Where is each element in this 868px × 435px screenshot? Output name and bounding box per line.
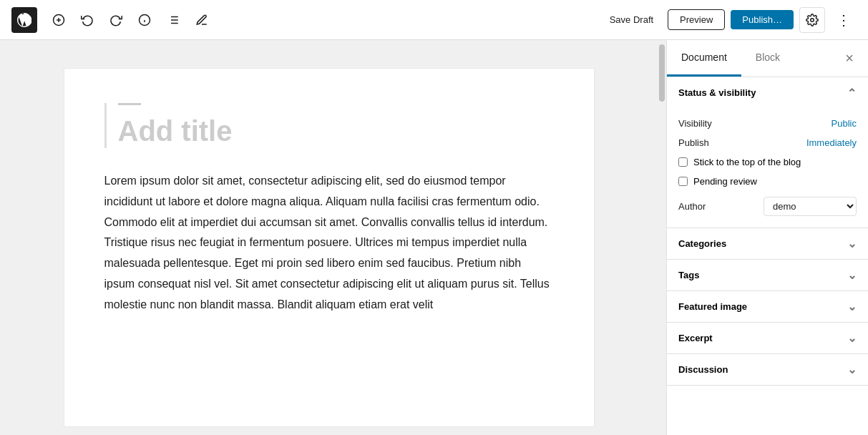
sidebar-header: Document Block × (667, 40, 868, 77)
toolbar: Save Draft Preview Publish… ⋮ (0, 0, 868, 40)
publish-row: Publish Immediately (678, 133, 857, 152)
chevron-down-featured-icon: ⌄ (847, 300, 857, 313)
preview-button[interactable]: Preview (668, 9, 725, 30)
pending-review-row: Pending review (678, 172, 857, 191)
sidebar: Document Block × Status & visibility ⌄ V… (666, 40, 868, 435)
panel-status-visibility-content: Visibility Public Publish Immediately St… (667, 108, 868, 228)
panel-discussion-label: Discussion (678, 364, 728, 375)
visibility-value[interactable]: Public (832, 118, 857, 129)
chevron-down-excerpt-icon: ⌄ (847, 331, 857, 345)
toolbar-right: Save Draft Preview Publish… ⋮ (601, 7, 857, 33)
chevron-up-icon: ⌄ (847, 86, 857, 99)
pending-review-label: Pending review (693, 176, 757, 187)
panel-status-visibility: Status & visibility ⌄ Visibility Public … (667, 77, 868, 228)
sidebar-close-button[interactable]: × (837, 46, 862, 72)
title-handle (118, 103, 141, 105)
list-view-button[interactable] (160, 7, 186, 33)
undo-button[interactable] (74, 7, 100, 33)
panel-categories-label: Categories (678, 238, 726, 249)
tab-block[interactable]: Block (741, 40, 794, 77)
redo-button[interactable] (103, 7, 129, 33)
panel-excerpt: Excerpt ⌄ (667, 323, 868, 354)
title-input[interactable]: Add title (118, 114, 554, 148)
info-button[interactable] (132, 7, 157, 33)
panel-status-visibility-header[interactable]: Status & visibility ⌄ (667, 77, 868, 108)
panel-excerpt-label: Excerpt (678, 333, 713, 343)
editor-content: Add title Lorem ipsum dolor sit amet, co… (64, 69, 594, 426)
visibility-label: Visibility (678, 118, 712, 129)
body-content[interactable]: Lorem ipsum dolor sit amet, consectetur … (104, 171, 554, 316)
panel-status-visibility-label: Status & visibility (678, 87, 756, 98)
toolbar-left (11, 7, 215, 33)
author-select[interactable]: demo admin (764, 197, 857, 216)
chevron-down-tags-icon: ⌄ (847, 268, 857, 282)
tab-document[interactable]: Document (667, 40, 741, 77)
panel-tags-label: Tags (678, 270, 699, 280)
panel-featured-image: Featured image ⌄ (667, 291, 868, 323)
visibility-row: Visibility Public (678, 114, 857, 133)
panel-discussion-header[interactable]: Discussion ⌄ (667, 354, 868, 385)
publish-button[interactable]: Publish… (731, 10, 794, 29)
stick-to-top-checkbox[interactable] (678, 157, 688, 167)
author-row: Author demo admin (678, 191, 857, 216)
main-layout: Add title Lorem ipsum dolor sit amet, co… (0, 40, 868, 435)
panel-tags: Tags ⌄ (667, 260, 868, 291)
publish-value[interactable]: Immediately (806, 137, 857, 148)
stick-to-top-label: Stick to the top of the blog (693, 157, 801, 167)
author-label: Author (678, 201, 706, 212)
panel-categories: Categories ⌄ (667, 228, 868, 260)
svg-point-12 (811, 18, 814, 21)
more-options-button[interactable]: ⋮ (831, 7, 857, 33)
editor-scrollbar[interactable] (658, 40, 666, 435)
settings-button[interactable] (799, 7, 825, 33)
panel-featured-image-header[interactable]: Featured image ⌄ (667, 291, 868, 322)
chevron-down-categories-icon: ⌄ (847, 237, 857, 250)
panel-discussion: Discussion ⌄ (667, 354, 868, 386)
title-area[interactable]: Add title (104, 103, 554, 148)
panel-categories-header[interactable]: Categories ⌄ (667, 228, 868, 259)
tools-button[interactable] (189, 7, 215, 33)
wp-logo-button[interactable] (11, 7, 37, 33)
panel-excerpt-header[interactable]: Excerpt ⌄ (667, 323, 868, 353)
panel-featured-image-label: Featured image (678, 301, 747, 312)
save-draft-button[interactable]: Save Draft (601, 10, 662, 29)
add-block-button[interactable] (46, 7, 72, 33)
stick-to-top-row: Stick to the top of the blog (678, 152, 857, 172)
publish-label: Publish (678, 137, 709, 148)
pending-review-checkbox[interactable] (678, 177, 688, 186)
chevron-down-discussion-icon: ⌄ (847, 363, 857, 376)
panel-tags-header[interactable]: Tags ⌄ (667, 260, 868, 290)
scrollbar-thumb[interactable] (659, 44, 665, 102)
editor-area[interactable]: Add title Lorem ipsum dolor sit amet, co… (0, 40, 658, 435)
